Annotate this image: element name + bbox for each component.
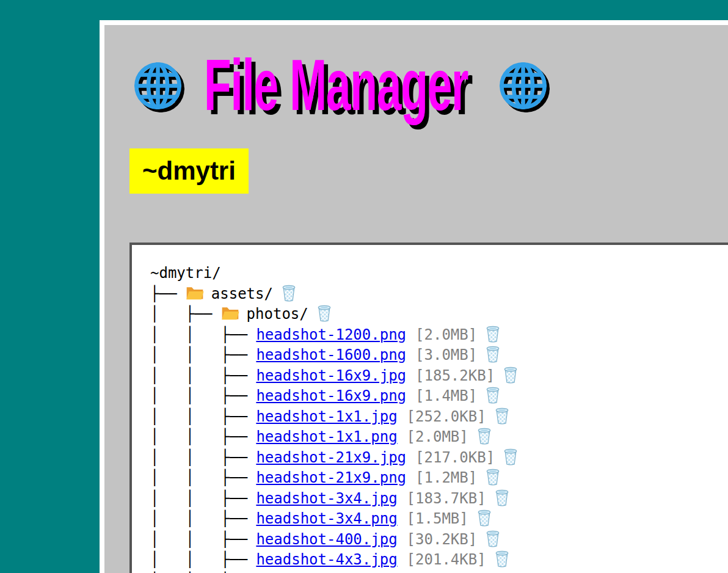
tree-prefix: │ │ ├── (150, 408, 256, 425)
file-size: [2.0MB] (415, 326, 477, 343)
file-size: [30.2KB] (407, 531, 478, 548)
file-link[interactable]: headshot-21x9.png (256, 469, 406, 486)
trash-icon[interactable] (282, 285, 296, 302)
tree-row-file: │ │ ├── headshot-1600.png[3.0MB] (150, 345, 728, 366)
trash-icon[interactable] (477, 509, 492, 527)
tree-root-label: ~dmytri/ (150, 265, 221, 282)
tree-row-file: │ │ ├── headshot-1x1.jpg[252.0KB] (150, 407, 728, 428)
file-link[interactable]: headshot-21x9.jpg (256, 449, 406, 466)
file-link[interactable]: headshot-4x3.jpg (256, 551, 397, 568)
tree-row-file: │ │ ├── headshot-1200.png[2.0MB] (150, 325, 728, 346)
page-title-text: File Manager (204, 54, 468, 115)
file-size: [1.5MB] (407, 510, 468, 527)
tree-row-file: │ │ ├── headshot-4x3.jpg[201.4KB] (150, 550, 728, 571)
tree-prefix: │ │ ├── (150, 531, 256, 548)
page-title: File Manager (132, 57, 552, 118)
file-link[interactable]: headshot-1x1.png (256, 428, 397, 445)
trash-icon[interactable] (486, 387, 500, 404)
file-size: [185.2KB] (415, 367, 495, 384)
tree-prefix: │ │ ├── (150, 346, 256, 363)
file-tree: ~dmytri/ ├── assets/ │ ├── photos/ │ │ ├… (129, 243, 728, 573)
tree-prefix: │ │ ├── (150, 449, 256, 466)
globe-icon (497, 60, 552, 115)
trash-icon[interactable] (495, 489, 509, 506)
tree-root-row: ~dmytri/ (150, 263, 728, 284)
tree-row-file: │ │ ├── headshot-21x9.jpg[217.0KB] (150, 448, 728, 469)
tree-prefix: │ │ ├── (150, 367, 256, 384)
file-link[interactable]: headshot-1x1.jpg (256, 408, 397, 425)
file-link[interactable]: headshot-1200.png (256, 326, 406, 343)
open-folder-icon (221, 305, 239, 321)
file-size: [252.0KB] (407, 408, 486, 425)
file-size: [217.0KB] (415, 449, 495, 466)
tree-row-dir: ├── assets/ (150, 284, 728, 305)
file-size: [2.0MB] (407, 428, 468, 445)
trash-icon[interactable] (503, 367, 518, 384)
trash-icon[interactable] (495, 407, 509, 425)
trash-icon[interactable] (495, 550, 509, 568)
open-folder-icon (186, 285, 204, 301)
trash-icon[interactable] (486, 530, 500, 547)
globe-icon (132, 60, 187, 115)
file-size: [183.7KB] (407, 490, 486, 507)
trash-icon[interactable] (486, 346, 500, 363)
tree-prefix: │ ├── (150, 305, 221, 323)
tree-row-file: │ │ ├── headshot-16x9.jpg[185.2KB] (150, 366, 728, 387)
file-link[interactable]: headshot-3x4.png (256, 510, 397, 527)
file-manager-panel: File Manager ~dmytri ~dmytri/ ├── assets… (100, 20, 728, 573)
tree-row-file: │ │ ├── headshot-3x4.jpg[183.7KB] (150, 489, 728, 509)
page-title-text-wrap: File Manager (204, 57, 480, 118)
directory-name: assets/ (211, 285, 273, 302)
file-link[interactable]: headshot-400.jpg (256, 531, 397, 548)
tree-row-file: │ │ ├── headshot-1x1.png[2.0MB] (150, 427, 728, 448)
tree-row-file: │ │ ├── headshot-21x9.png[1.2MB] (150, 468, 728, 489)
tree-row-file: │ │ ├── headshot-400.jpg[30.2KB] (150, 530, 728, 550)
file-size: [201.4KB] (407, 551, 486, 568)
tree-row-file: │ │ ├── headshot-16x9.png[1.4MB] (150, 386, 728, 407)
file-link[interactable]: headshot-1600.png (256, 346, 406, 363)
trash-icon[interactable] (317, 305, 332, 322)
file-link[interactable]: headshot-16x9.png (256, 387, 406, 404)
directory-name: photos/ (247, 305, 308, 323)
tree-prefix: │ │ ├── (150, 490, 256, 507)
file-size: [3.0MB] (415, 346, 477, 363)
file-size: [1.4MB] (415, 387, 477, 404)
trash-icon[interactable] (503, 448, 518, 465)
tree-prefix: │ │ ├── (150, 428, 256, 445)
tree-prefix: │ │ ├── (150, 510, 256, 527)
tree-prefix: ├── (150, 285, 186, 302)
file-link[interactable]: headshot-3x4.jpg (256, 490, 397, 507)
file-size: [1.2MB] (415, 469, 477, 486)
tree-prefix: │ │ ├── (150, 326, 256, 343)
tree-prefix: │ │ ├── (150, 469, 256, 486)
tree-row-partial: │ │ ├── (150, 571, 728, 573)
trash-icon[interactable] (486, 326, 500, 343)
tree-prefix: │ │ ├── (150, 551, 256, 568)
tree-prefix: │ │ ├── (150, 387, 256, 404)
trash-icon[interactable] (477, 428, 492, 445)
trash-icon[interactable] (486, 469, 500, 486)
tree-row-file: │ │ ├── headshot-3x4.png[1.5MB] (150, 509, 728, 530)
file-link[interactable]: headshot-16x9.jpg (256, 367, 406, 384)
home-directory-badge: ~dmytri (129, 148, 249, 194)
tree-row-dir: │ ├── photos/ (150, 304, 728, 325)
